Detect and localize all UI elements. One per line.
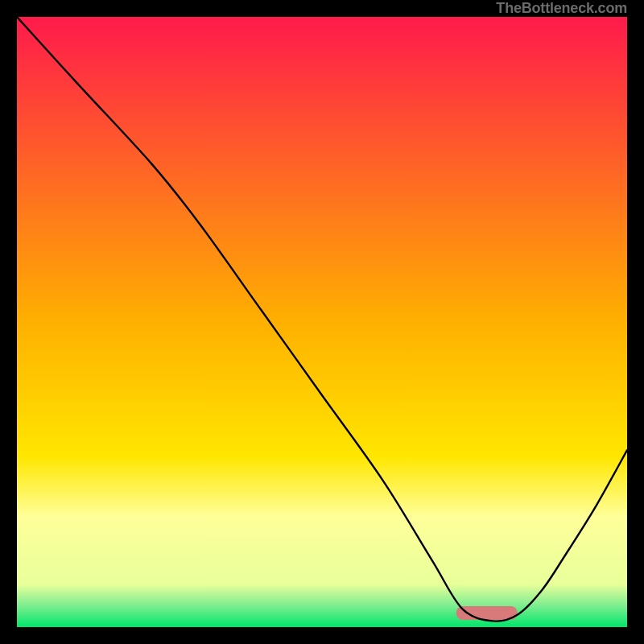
bottleneck-chart — [17, 17, 627, 627]
chart-frame: TheBottleneck.com — [0, 0, 644, 644]
plot-area — [17, 17, 627, 627]
watermark-label: TheBottleneck.com — [496, 0, 627, 17]
optimal-range-marker — [456, 606, 518, 620]
gradient-background — [17, 17, 627, 627]
